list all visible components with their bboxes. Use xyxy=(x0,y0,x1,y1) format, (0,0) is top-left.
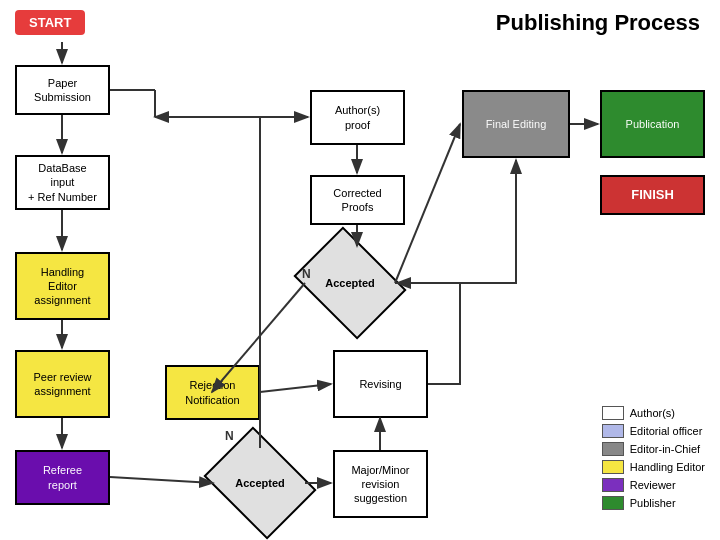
major-minor-box: Major/Minor revision suggestion xyxy=(333,450,428,518)
legend-color-box xyxy=(602,496,624,510)
handling-editor-box: Handling Editor assignment xyxy=(15,252,110,320)
legend-color-box xyxy=(602,424,624,438)
finish-box: FINISH xyxy=(600,175,705,215)
legend-label: Editorial officer xyxy=(630,425,703,437)
legend-item: Editor-in-Chief xyxy=(602,442,705,456)
legend-color-box xyxy=(602,478,624,492)
legend-label: Handling Editor xyxy=(630,461,705,473)
start-button: START xyxy=(15,10,85,35)
peer-review-box: Peer review assignment xyxy=(15,350,110,418)
svg-text:N: N xyxy=(225,429,234,443)
legend-item: Handling Editor xyxy=(602,460,705,474)
paper-submission-box: Paper Submission xyxy=(15,65,110,115)
authors-proof-box: Author(s) proof xyxy=(310,90,405,145)
legend-label: Author(s) xyxy=(630,407,675,419)
legend-item: Publisher xyxy=(602,496,705,510)
legend-item: Reviewer xyxy=(602,478,705,492)
legend-item: Author(s) xyxy=(602,406,705,420)
accepted-top-diamond: Accepted xyxy=(305,248,395,318)
legend-label: Editor-in-Chief xyxy=(630,443,700,455)
referee-report-box: Referee report xyxy=(15,450,110,505)
legend-label: Reviewer xyxy=(630,479,676,491)
accepted-bottom-diamond: Accepted xyxy=(215,448,305,518)
legend-item: Editorial officer xyxy=(602,424,705,438)
page-title: Publishing Process xyxy=(496,10,700,36)
final-editing-box: Final Editing xyxy=(462,90,570,158)
svg-line-17 xyxy=(260,384,331,392)
legend-color-box xyxy=(602,442,624,456)
publication-box: Publication xyxy=(600,90,705,158)
legend-color-box xyxy=(602,460,624,474)
svg-line-7 xyxy=(110,477,213,483)
database-input-box: DataBase input + Ref Number xyxy=(15,155,110,210)
corrected-proofs-box: Corrected Proofs xyxy=(310,175,405,225)
revising-box: Revising xyxy=(333,350,428,418)
legend-color-box xyxy=(602,406,624,420)
legend-label: Publisher xyxy=(630,497,676,509)
legend: Author(s) Editorial officer Editor-in-Ch… xyxy=(602,406,705,510)
rejection-notification-box: Rejection Notification xyxy=(165,365,260,420)
